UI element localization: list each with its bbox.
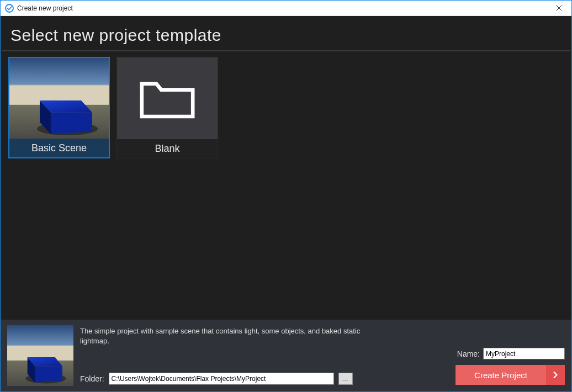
close-icon (556, 5, 562, 11)
folder-icon (137, 74, 198, 123)
app-icon (5, 4, 14, 13)
template-tile-blank[interactable]: Blank (116, 57, 218, 158)
footer-right: Name: Create Project (449, 325, 565, 385)
titlebar: Create new project (1, 1, 571, 16)
svg-marker-12 (35, 366, 62, 383)
window-close-button[interactable] (547, 1, 571, 16)
template-grid: Basic Scene Blank (1, 51, 571, 320)
window-title: Create new project (17, 4, 547, 12)
chevron-right-icon (546, 365, 565, 385)
name-row: Name: (449, 348, 565, 359)
svg-rect-1 (9, 58, 109, 106)
browse-folder-button[interactable]: ... (338, 373, 353, 385)
footer-middle: The simple project with sample scene tha… (80, 325, 442, 385)
page-title: Select new project template (10, 26, 562, 45)
create-project-label: Create Project (456, 370, 546, 380)
dialog-window: Create new project Select new project te… (0, 0, 572, 392)
folder-row: Folder: ... (80, 373, 442, 385)
project-name-input[interactable] (483, 348, 565, 359)
template-label: Basic Scene (9, 139, 109, 157)
folder-label: Folder: (80, 374, 104, 383)
template-thumbnail (9, 58, 109, 139)
template-description: The simple project with sample scene tha… (80, 325, 389, 346)
svg-rect-7 (7, 325, 73, 361)
basic-scene-icon (7, 325, 73, 386)
footer-panel: The simple project with sample scene tha… (1, 320, 571, 391)
basic-scene-icon (9, 58, 109, 139)
template-label: Blank (117, 139, 218, 158)
selected-template-preview (7, 325, 73, 386)
header: Select new project template (2, 16, 570, 51)
template-thumbnail (117, 57, 218, 139)
dialog-content: Select new project template (1, 16, 571, 391)
svg-marker-6 (51, 113, 92, 134)
name-label: Name: (457, 349, 480, 358)
svg-point-0 (6, 4, 13, 12)
create-project-button[interactable]: Create Project (456, 365, 565, 385)
template-tile-basic-scene[interactable]: Basic Scene (8, 57, 110, 158)
folder-input[interactable] (109, 373, 334, 385)
